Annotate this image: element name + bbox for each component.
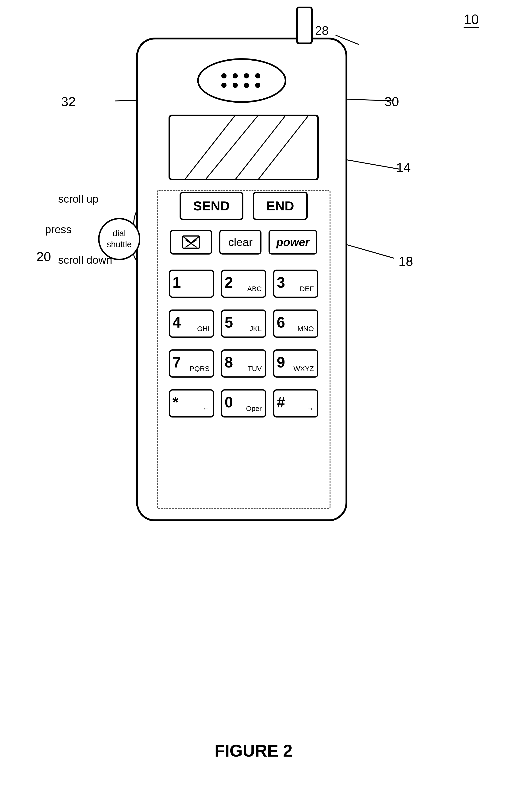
dot — [244, 73, 249, 78]
svg-line-9 — [184, 116, 234, 180]
dot — [233, 73, 238, 78]
key-0-sub: Oper — [246, 404, 262, 413]
keypad-row-2: 4 GHI 5 JKL 6 MNO — [164, 310, 324, 338]
send-button[interactable]: SEND — [180, 192, 243, 220]
earpiece-dots — [221, 73, 262, 88]
key-9[interactable]: 9 WXYZ — [273, 349, 318, 378]
dial-shuttle-label: dialshuttle — [107, 228, 132, 250]
keypad-row-1: 1 2 ABC 3 DEF — [164, 270, 324, 298]
keypad-row-4: * ← 0 Oper # → — [164, 389, 324, 418]
key-2-main: 2 — [225, 275, 233, 290]
display-screen — [169, 115, 319, 180]
key-2-sub: ABC — [247, 285, 262, 293]
key-4[interactable]: 4 GHI — [169, 310, 214, 338]
svg-line-14 — [183, 236, 191, 243]
power-label: power — [276, 236, 309, 249]
ref-30: 30 — [385, 94, 399, 109]
key-0-main: 0 — [225, 395, 233, 410]
dot — [255, 73, 260, 78]
end-button[interactable]: END — [253, 192, 308, 220]
key-7[interactable]: 7 PQRS — [169, 349, 214, 378]
figure-caption: FIGURE 2 — [215, 741, 292, 760]
dot — [221, 83, 227, 88]
key-6[interactable]: 6 MNO — [273, 310, 318, 338]
key-0[interactable]: 0 Oper — [221, 389, 266, 418]
key-5-sub: JKL — [249, 325, 262, 333]
key-8-main: 8 — [225, 355, 233, 370]
key-3-main: 3 — [277, 275, 285, 290]
key-5[interactable]: 5 JKL — [221, 310, 266, 338]
press-label: press — [45, 223, 71, 236]
antenna — [296, 7, 313, 44]
key-4-main: 4 — [172, 315, 181, 330]
scroll-up-label: scroll up — [58, 193, 98, 205]
key-3[interactable]: 3 DEF — [273, 270, 318, 298]
scroll-down-label: scroll down — [58, 254, 112, 266]
key-5-main: 5 — [225, 315, 233, 330]
key-2[interactable]: 2 ABC — [221, 270, 266, 298]
ref-28: 28 — [315, 23, 329, 38]
key-9-main: 9 — [277, 355, 285, 370]
power-button[interactable]: power — [269, 230, 317, 255]
ref-32: 32 — [61, 94, 75, 109]
send-end-row: SEND END — [164, 192, 324, 220]
key-9-sub: WXYZ — [293, 365, 314, 373]
svg-line-12 — [258, 116, 308, 180]
keypad-row-3: 7 PQRS 8 TUV 9 WXYZ — [164, 349, 324, 378]
key-8-sub: TUV — [247, 365, 262, 373]
phone-body: dialshuttle SEND END — [136, 38, 347, 521]
svg-line-15 — [191, 236, 200, 243]
key-hash-sub: → — [307, 404, 314, 413]
clear-label: clear — [228, 236, 252, 249]
func-row: clear power — [164, 230, 324, 255]
ref-14: 14 — [396, 160, 411, 175]
key-4-sub: GHI — [197, 325, 210, 333]
earpiece — [197, 58, 286, 103]
envelope-icon — [182, 235, 201, 249]
dot — [244, 83, 249, 88]
key-1-main: 1 — [172, 275, 181, 290]
dial-shuttle[interactable]: dialshuttle — [98, 218, 140, 260]
key-star-sub: ← — [203, 404, 210, 413]
display-hatch-svg — [170, 116, 317, 180]
clear-button[interactable]: clear — [219, 230, 262, 255]
key-6-main: 6 — [277, 315, 285, 330]
dot — [233, 83, 238, 88]
key-star[interactable]: * ← — [169, 389, 214, 418]
key-7-main: 7 — [172, 355, 181, 370]
key-1[interactable]: 1 — [169, 270, 214, 298]
message-button[interactable] — [170, 230, 212, 255]
ref-20: 20 — [36, 249, 51, 264]
key-8[interactable]: 8 TUV — [221, 349, 266, 378]
key-star-main: * — [172, 395, 178, 410]
svg-line-11 — [234, 116, 285, 180]
key-hash-main: # — [277, 395, 285, 410]
key-6-sub: MNO — [297, 325, 314, 333]
key-hash[interactable]: # → — [273, 389, 318, 418]
page-container: 10 28 32 30 14 20 18 scroll up press scr… — [0, 0, 507, 812]
key-7-sub: PQRS — [190, 365, 210, 373]
key-3-sub: DEF — [300, 285, 314, 293]
dot — [255, 83, 260, 88]
ref-18: 18 — [399, 254, 413, 269]
svg-line-10 — [205, 116, 258, 180]
dot — [221, 73, 227, 78]
ref-10: 10 — [463, 11, 479, 27]
